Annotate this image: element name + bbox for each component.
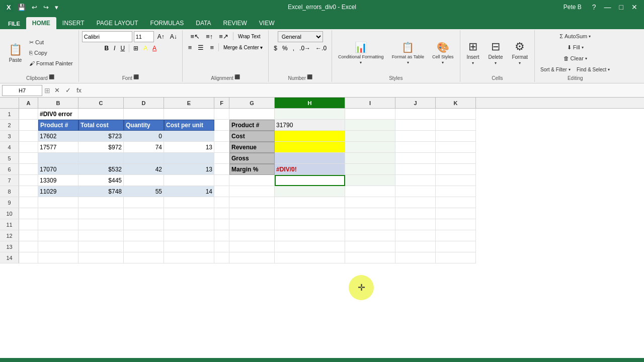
cell-e10[interactable] [164, 208, 214, 219]
cell-d7[interactable] [124, 175, 164, 186]
cell-g10[interactable] [229, 208, 275, 219]
cell-h5[interactable] [275, 153, 345, 164]
cancel-formula-button[interactable]: ✕ [52, 86, 62, 95]
cell-c8[interactable]: $748 [78, 186, 124, 197]
cell-j11[interactable] [395, 219, 436, 230]
formula-controls[interactable]: ✕ ✓ fx [52, 86, 84, 95]
quick-access-toolbar[interactable]: X 💾 ↩ ↪ ▾ [4, 3, 60, 12]
cell-i14[interactable] [345, 252, 395, 263]
cell-k9[interactable] [436, 197, 476, 208]
cell-c12[interactable] [78, 230, 124, 241]
cell-c11[interactable] [78, 219, 124, 230]
cell-f7[interactable] [214, 175, 229, 186]
row-num-1[interactable]: 1 [0, 109, 19, 120]
cell-k1[interactable] [436, 109, 476, 120]
cell-i13[interactable] [345, 241, 395, 252]
cell-i10[interactable] [345, 208, 395, 219]
cell-j6[interactable] [395, 164, 436, 175]
row-num-12[interactable]: 12 [0, 230, 19, 241]
minimize-button[interactable]: ? [590, 2, 599, 12]
clipboard-expand[interactable]: ⬛ [49, 74, 54, 81]
format-button[interactable]: ⚙ Format ▾ [508, 37, 531, 68]
cell-g5[interactable]: Gross [229, 153, 275, 164]
col-header-d[interactable]: D [124, 98, 164, 108]
cell-a4[interactable] [19, 142, 38, 153]
font-color-button[interactable]: A [150, 43, 158, 53]
col-header-f[interactable]: F [214, 98, 229, 108]
cell-g1[interactable] [229, 109, 275, 120]
cell-e6[interactable]: 13 [164, 164, 214, 175]
align-left-button[interactable]: ≡ [186, 42, 195, 52]
cell-k2[interactable] [436, 120, 476, 131]
cell-k14[interactable] [436, 252, 476, 263]
row-num-6[interactable]: 6 [0, 164, 19, 175]
cell-j8[interactable] [395, 186, 436, 197]
wrap-text-button[interactable]: Wrap Text [235, 31, 263, 41]
cell-i12[interactable] [345, 230, 395, 241]
cell-b11[interactable] [38, 219, 78, 230]
cell-e14[interactable] [164, 252, 214, 263]
alignment-expand[interactable]: ⬛ [234, 74, 240, 81]
decrease-decimal-button[interactable]: ←.0 [313, 43, 329, 53]
cell-e7[interactable] [164, 175, 214, 186]
cell-c14[interactable] [78, 252, 124, 263]
cell-k6[interactable] [436, 164, 476, 175]
format-as-table-button[interactable]: 📋 Format as Table ▾ [389, 37, 427, 68]
row-num-13[interactable]: 13 [0, 241, 19, 252]
cell-f9[interactable] [214, 197, 229, 208]
autosum-button[interactable]: Σ AutoSum ▾ [557, 31, 593, 41]
delete-button[interactable]: ⊟ Delete ▾ [485, 37, 507, 68]
cell-b14[interactable] [38, 252, 78, 263]
cell-f10[interactable] [214, 208, 229, 219]
align-top-center-button[interactable]: ≡↑ [203, 31, 215, 41]
align-center-button[interactable]: ☰ [195, 42, 206, 52]
col-header-h[interactable]: H [275, 98, 345, 108]
row-num-10[interactable]: 10 [0, 208, 19, 219]
font-name-input[interactable] [82, 31, 132, 42]
font-expand[interactable]: ⬛ [133, 74, 139, 81]
cell-i2[interactable] [345, 120, 395, 131]
cell-d11[interactable] [124, 219, 164, 230]
cell-g12[interactable] [229, 230, 275, 241]
fill-button[interactable]: ⬇ Fill ▾ [565, 42, 586, 52]
cell-g3[interactable]: Cost [229, 131, 275, 142]
cell-i8[interactable] [345, 186, 395, 197]
decrease-font-button[interactable]: A↓ [168, 32, 179, 42]
col-header-k[interactable]: K [436, 98, 476, 108]
cell-j10[interactable] [395, 208, 436, 219]
increase-font-button[interactable]: A↑ [155, 32, 167, 42]
cell-d5[interactable] [124, 153, 164, 164]
cell-c9[interactable] [78, 197, 124, 208]
cell-h6[interactable]: #DIV/0! [275, 164, 345, 175]
cell-a1[interactable] [19, 109, 38, 120]
cell-k4[interactable] [436, 142, 476, 153]
cell-e3[interactable] [164, 131, 214, 142]
cell-k7[interactable] [436, 175, 476, 186]
cut-button[interactable]: ✂ Cut [27, 37, 75, 47]
maximize-button[interactable]: □ [617, 2, 626, 12]
cell-g14[interactable] [229, 252, 275, 263]
cell-g9[interactable] [229, 197, 275, 208]
cell-e1[interactable] [164, 109, 214, 120]
cell-h11[interactable] [275, 219, 345, 230]
underline-button[interactable]: U [118, 43, 127, 53]
undo-button[interactable]: ↩ [30, 3, 39, 12]
align-top-right-button[interactable]: ≡↗ [216, 31, 231, 41]
window-controls[interactable]: Pete B ? — □ ✕ [564, 2, 640, 12]
cell-b13[interactable] [38, 241, 78, 252]
tab-review[interactable]: REVIEW [217, 17, 253, 29]
cell-a14[interactable] [19, 252, 38, 263]
cell-k5[interactable] [436, 153, 476, 164]
confirm-formula-button[interactable]: ✓ [63, 86, 73, 95]
close-button[interactable]: ✕ [629, 2, 640, 12]
cell-k11[interactable] [436, 219, 476, 230]
row-num-2[interactable]: 2 [0, 120, 19, 131]
cell-k3[interactable] [436, 131, 476, 142]
fill-color-button[interactable]: A [141, 43, 149, 53]
cell-c6[interactable]: $532 [78, 164, 124, 175]
cell-i4[interactable] [345, 142, 395, 153]
cell-c1[interactable] [78, 109, 124, 120]
cell-e13[interactable] [164, 241, 214, 252]
cell-f6[interactable] [214, 164, 229, 175]
ribbon-tabs[interactable]: FILE HOME INSERT PAGE LAYOUT FORMULAS DA… [0, 14, 644, 29]
